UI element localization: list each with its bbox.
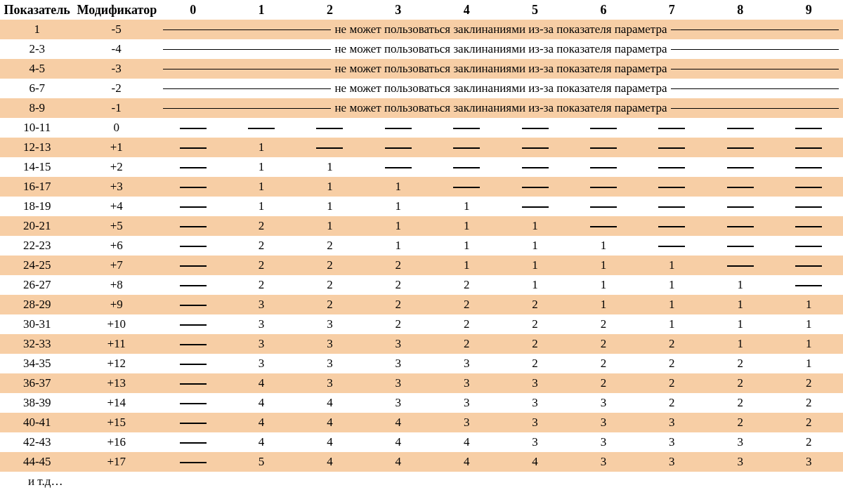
header-level-4: 4	[433, 0, 501, 20]
cell-modifier: +16	[74, 432, 159, 452]
dash-icon	[522, 147, 549, 149]
table-row: 32-33+11333222211	[0, 334, 843, 354]
cell-bonus: 2	[706, 354, 774, 373]
cell-bonus: 2	[501, 334, 569, 354]
cell-bonus	[501, 177, 569, 197]
dash-icon	[385, 167, 412, 168]
cell-bonus	[364, 118, 432, 138]
cell-bonus: 2	[774, 432, 843, 452]
cell-bonus: 2	[296, 256, 364, 275]
table-row: 14-15+211	[0, 157, 843, 177]
dash-icon	[180, 187, 207, 188]
cell-bonus: 2	[774, 393, 843, 413]
cell-bonus	[569, 138, 637, 157]
table-row: 38-39+14443333222	[0, 393, 843, 413]
cell-score: 28-29	[0, 295, 74, 314]
cell-score: 44-45	[0, 452, 74, 472]
cell-bonus: 2	[433, 295, 501, 314]
cell-bonus: 1	[638, 256, 706, 275]
dash-icon	[453, 147, 480, 149]
cell-bonus	[159, 393, 227, 413]
dash-icon	[522, 187, 549, 188]
cell-modifier: -5	[74, 20, 159, 39]
cell-score: 30-31	[0, 314, 74, 334]
cell-bonus: 2	[774, 413, 843, 432]
dash-icon	[658, 147, 685, 149]
dash-icon	[180, 344, 207, 345]
dash-icon	[180, 128, 207, 129]
dash-icon	[795, 285, 822, 286]
cell-bonus: 2	[706, 413, 774, 432]
cell-bonus: 2	[227, 216, 295, 236]
cell-bonus: 1	[569, 256, 637, 275]
cell-modifier: +17	[74, 452, 159, 472]
cell-bonus: 1	[227, 157, 295, 177]
cell-bonus: 3	[501, 432, 569, 452]
cell-score: 20-21	[0, 216, 74, 236]
dash-icon	[522, 128, 549, 129]
cell-bonus: 2	[706, 373, 774, 393]
cell-bonus: 3	[364, 354, 432, 373]
cell-bonus: 4	[433, 452, 501, 472]
cell-bonus: 1	[433, 256, 501, 275]
cell-bonus: 1	[364, 236, 432, 256]
dash-icon	[727, 226, 754, 227]
cell-bonus: 2	[364, 295, 432, 314]
ability-bonus-spells-table: Показатель Модификатор 0 1 2 3 4 5 6 7 8…	[0, 0, 843, 491]
cell-modifier: +7	[74, 256, 159, 275]
dash-icon	[727, 147, 754, 149]
cell-cannot-cast: не может пользоваться заклинаниями из-за…	[159, 79, 843, 98]
cell-bonus	[638, 236, 706, 256]
cell-bonus: 2	[569, 354, 637, 373]
header-mod: Модификатор	[74, 0, 159, 20]
cell-bonus: 1	[296, 177, 364, 197]
cell-bonus: 1	[774, 314, 843, 334]
header-score: Показатель	[0, 0, 74, 20]
cell-bonus: 4	[501, 452, 569, 472]
cell-score: 10-11	[0, 118, 74, 138]
cell-bonus: 2	[501, 354, 569, 373]
table-row: 36-37+13433332222	[0, 373, 843, 393]
cell-bonus: 2	[569, 373, 637, 393]
cell-bonus	[774, 197, 843, 216]
header-level-1: 1	[227, 0, 295, 20]
dash-icon	[590, 167, 617, 168]
cell-modifier: +2	[74, 157, 159, 177]
cell-bonus: 3	[638, 413, 706, 432]
cell-score: 18-19	[0, 197, 74, 216]
footer-text: и т.д…	[0, 472, 843, 491]
cell-bonus: 1	[638, 295, 706, 314]
cell-bonus: 1	[569, 295, 637, 314]
cell-cannot-cast: не может пользоваться заклинаниями из-за…	[159, 39, 843, 59]
dash-icon	[180, 305, 207, 306]
dash-icon	[180, 246, 207, 247]
table-row: 18-19+41111	[0, 197, 843, 216]
cell-modifier: -3	[74, 59, 159, 79]
cell-bonus	[159, 118, 227, 138]
cell-bonus: 4	[296, 432, 364, 452]
cell-bonus	[706, 197, 774, 216]
dash-icon	[727, 167, 754, 168]
dash-icon	[180, 442, 207, 444]
dash-icon	[727, 206, 754, 208]
cell-bonus	[569, 177, 637, 197]
cell-modifier: -4	[74, 39, 159, 59]
cell-score: 42-43	[0, 432, 74, 452]
cell-score: 32-33	[0, 334, 74, 354]
cell-bonus: 4	[364, 452, 432, 472]
dash-icon	[795, 265, 822, 267]
cell-bonus	[159, 452, 227, 472]
cell-bonus: 4	[227, 413, 295, 432]
cell-score: 6-7	[0, 79, 74, 98]
cell-bonus	[159, 334, 227, 354]
cell-bonus: 3	[501, 373, 569, 393]
cell-bonus: 1	[364, 197, 432, 216]
cell-bonus: 4	[296, 413, 364, 432]
dash-icon	[795, 147, 822, 149]
dash-icon	[795, 128, 822, 129]
cell-bonus: 3	[501, 393, 569, 413]
cell-bonus: 3	[433, 393, 501, 413]
cell-bonus	[159, 275, 227, 295]
cell-bonus	[364, 157, 432, 177]
cell-bonus	[774, 157, 843, 177]
